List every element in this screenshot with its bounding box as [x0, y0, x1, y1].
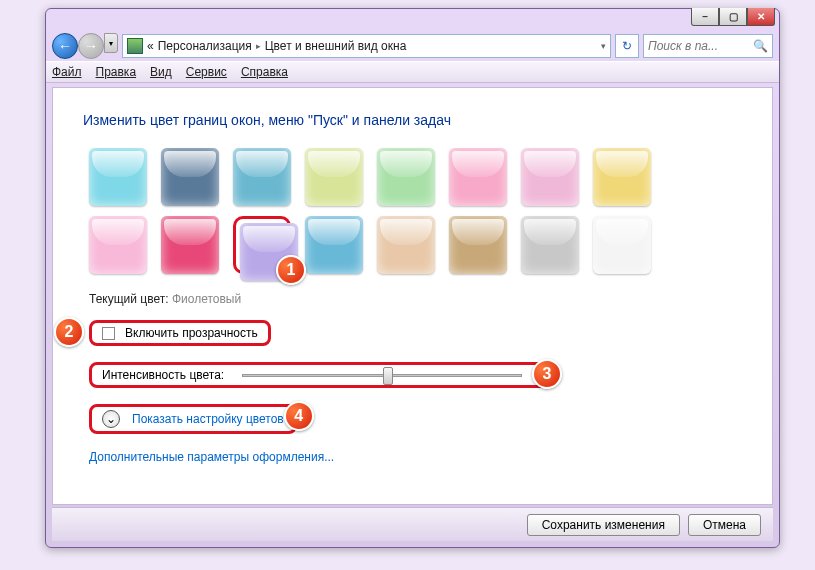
breadcrumb-item-1[interactable]: Персонализация — [158, 39, 252, 53]
color-swatch[interactable] — [593, 148, 651, 206]
color-swatch[interactable] — [377, 216, 435, 274]
highlight-selected-swatch: 1 — [233, 216, 291, 274]
nav-history-dropdown[interactable]: ▾ — [104, 33, 118, 53]
search-box[interactable]: 🔍 — [643, 34, 773, 58]
advanced-appearance-link[interactable]: Дополнительные параметры оформления... — [89, 450, 334, 464]
show-color-mixer-link[interactable]: Показать настройку цветов — [132, 412, 284, 426]
page-title: Изменить цвет границ окон, меню "Пуск" и… — [83, 112, 742, 128]
menu-help[interactable]: Справка — [241, 65, 288, 79]
annotation-badge-1: 1 — [276, 255, 306, 285]
chevron-down-icon: ⌄ — [106, 412, 116, 426]
current-color-label: Текущий цвет: — [89, 292, 172, 306]
color-swatch[interactable] — [449, 216, 507, 274]
intensity-slider-thumb[interactable] — [383, 367, 393, 385]
color-swatch[interactable] — [377, 148, 435, 206]
highlight-expand: ⌄ Показать настройку цветов 4 — [89, 404, 297, 434]
content-area: Изменить цвет границ окон, меню "Пуск" и… — [52, 87, 773, 505]
breadcrumb-item-2[interactable]: Цвет и внешний вид окна — [265, 39, 407, 53]
search-input[interactable] — [648, 39, 753, 53]
color-swatch[interactable] — [89, 148, 147, 206]
save-button[interactable]: Сохранить изменения — [527, 514, 680, 536]
expand-button[interactable]: ⌄ — [102, 410, 120, 428]
transparency-label[interactable]: Включить прозрачность — [125, 326, 258, 340]
color-swatch[interactable] — [161, 216, 219, 274]
color-swatch[interactable] — [305, 148, 363, 206]
current-color-value: Фиолетовый — [172, 292, 241, 306]
cancel-button[interactable]: Отмена — [688, 514, 761, 536]
menu-edit[interactable]: Правка — [96, 65, 137, 79]
color-swatch[interactable] — [89, 216, 147, 274]
intensity-slider[interactable] — [242, 374, 522, 377]
color-swatch[interactable] — [521, 216, 579, 274]
breadcrumb-prefix: « — [147, 39, 154, 53]
menubar: Файл Правка Вид Сервис Справка — [46, 61, 779, 83]
menu-tools[interactable]: Сервис — [186, 65, 227, 79]
breadcrumb-dropdown-icon[interactable]: ▾ — [601, 41, 606, 51]
window-frame: – ▢ ✕ ← → ▾ « Персонализация ▸ Цвет и вн… — [45, 8, 780, 548]
back-button[interactable]: ← — [52, 33, 78, 59]
footer: Сохранить изменения Отмена — [52, 507, 773, 541]
annotation-badge-4: 4 — [284, 401, 314, 431]
titlebar[interactable]: – ▢ ✕ — [46, 9, 779, 31]
highlight-intensity: Интенсивность цвета: 3 — [89, 362, 549, 388]
close-button[interactable]: ✕ — [747, 8, 775, 26]
color-swatch[interactable] — [449, 148, 507, 206]
transparency-checkbox[interactable] — [102, 327, 115, 340]
color-swatch[interactable] — [521, 148, 579, 206]
address-row: ← → ▾ « Персонализация ▸ Цвет и внешний … — [46, 31, 779, 61]
menu-file[interactable]: Файл — [52, 65, 82, 79]
color-swatch[interactable] — [161, 148, 219, 206]
annotation-badge-3: 3 — [532, 359, 562, 389]
breadcrumb[interactable]: « Персонализация ▸ Цвет и внешний вид ок… — [122, 34, 611, 58]
search-icon[interactable]: 🔍 — [753, 39, 768, 53]
chevron-right-icon: ▸ — [256, 41, 261, 51]
color-swatch[interactable] — [233, 148, 291, 206]
highlight-transparency: Включить прозрачность 2 — [89, 320, 271, 346]
personalization-icon — [127, 38, 143, 54]
menu-view[interactable]: Вид — [150, 65, 172, 79]
color-swatch[interactable] — [593, 216, 651, 274]
color-swatches: 1 — [89, 148, 742, 274]
maximize-button[interactable]: ▢ — [719, 8, 747, 26]
minimize-button[interactable]: – — [691, 8, 719, 26]
color-swatch[interactable] — [305, 216, 363, 274]
intensity-label: Интенсивность цвета: — [102, 368, 224, 382]
annotation-badge-2: 2 — [54, 317, 84, 347]
refresh-button[interactable]: ↻ — [615, 34, 639, 58]
forward-button: → — [78, 33, 104, 59]
